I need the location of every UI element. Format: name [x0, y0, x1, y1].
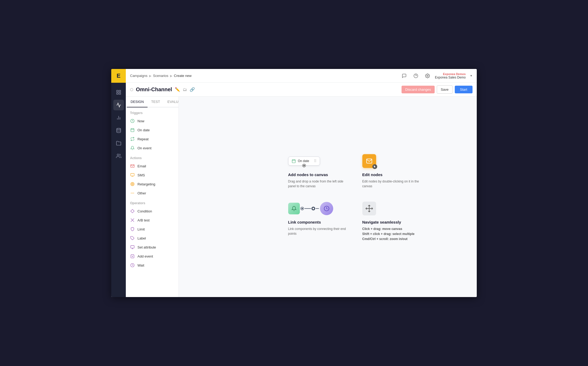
link-title-icon[interactable]: 🔗: [190, 87, 195, 92]
topbar-right: Exponea Demos Exponea Sales Demo ▼: [400, 72, 473, 80]
navigate-box: [362, 202, 376, 215]
edit-title-icon[interactable]: ✏️: [175, 87, 180, 92]
tab-evaluate[interactable]: EVALUATE: [164, 97, 179, 107]
on-event-icon: [130, 146, 135, 150]
sidebar-nav-analytics[interactable]: [113, 87, 124, 98]
sidebar-item-on-event-label: On event: [137, 146, 152, 150]
help-cards: On date ⠿ Add nodes to canvas Drag and d…: [288, 152, 421, 242]
limit-icon: [130, 227, 135, 232]
save-button[interactable]: Save: [437, 85, 453, 94]
svg-point-4: [117, 128, 121, 130]
set-attribute-icon: [130, 245, 135, 250]
help-card-edit-nodes: Edit nodes Edit nodes by double-clicking…: [362, 152, 421, 189]
sidebar-item-ab-test[interactable]: A/B test: [126, 216, 179, 225]
sidebar-nav-folders[interactable]: [113, 138, 124, 149]
help-icon-btn[interactable]: [412, 72, 420, 80]
sidebar-item-on-date[interactable]: On date: [126, 125, 179, 134]
sidebar-item-set-attribute[interactable]: Set attribute: [126, 243, 179, 252]
design-tabs: DESIGN TEST EVALUATE: [126, 97, 179, 107]
breadcrumb-campaigns[interactable]: Campaigns: [130, 74, 148, 78]
tab-design[interactable]: DESIGN: [127, 97, 148, 107]
node-connector: [303, 164, 305, 167]
sidebar-nav-users[interactable]: [113, 151, 124, 161]
edit-nodes-desc: Edit nodes by double-clicking on it in t…: [362, 179, 421, 189]
sidebar-item-email[interactable]: Email: [126, 162, 179, 171]
logo[interactable]: E: [111, 69, 126, 83]
sidebar-item-now[interactable]: Now: [126, 116, 179, 125]
ab-test-icon: [130, 218, 135, 223]
repeat-icon: [130, 137, 135, 141]
sidebar-item-add-event[interactable]: Add event: [126, 252, 179, 261]
navigate-visual: [362, 199, 421, 218]
breadcrumb: Campaigns ▶ Scenarios ▶ Create new: [130, 74, 191, 78]
svg-point-15: [131, 183, 133, 185]
link-endpoint-cursor: [312, 207, 315, 210]
sidebar-item-ab-test-label: A/B test: [137, 218, 150, 222]
sidebar-nav-data[interactable]: [113, 125, 124, 136]
icon-nav: [111, 83, 126, 161]
svg-point-5: [117, 154, 119, 156]
svg-rect-13: [131, 173, 134, 176]
user-info[interactable]: Exponea Demos Exponea Sales Demo: [435, 72, 466, 79]
topbar: Campaigns ▶ Scenarios ▶ Create new: [126, 69, 477, 83]
sidebar-item-wait[interactable]: Wait: [126, 261, 179, 270]
on-date-node: On date ⠿: [288, 156, 320, 165]
on-date-icon: [130, 128, 135, 132]
sidebar-item-retargeting-label: Retargeting: [137, 182, 155, 186]
condition-icon: [130, 209, 135, 214]
canvas-area[interactable]: On date ⠿ Add nodes to canvas Drag and d…: [179, 97, 477, 297]
green-bell-node: [288, 203, 300, 214]
settings-icon-btn[interactable]: [423, 72, 432, 80]
cursor-indicator: [372, 164, 377, 169]
user-name: Exponea Sales Demo: [435, 76, 466, 79]
link-dashed: [316, 208, 319, 209]
help-card-link-components: Link components Link components by conne…: [288, 199, 346, 242]
folder-title-icon[interactable]: 🗂: [183, 87, 187, 92]
start-button[interactable]: Start: [455, 86, 473, 93]
retargeting-icon: [130, 182, 135, 186]
sidebar-item-email-label: Email: [137, 164, 146, 168]
breadcrumb-sep-2: ▶: [170, 74, 172, 78]
tab-test[interactable]: TEST: [148, 97, 164, 107]
breadcrumb-sep-1: ▶: [149, 74, 152, 78]
left-panel: DESIGN TEST EVALUATE Triggers Now: [126, 97, 179, 297]
svg-point-7: [427, 75, 428, 76]
sidebar-item-repeat[interactable]: Repeat: [126, 134, 179, 143]
page-title: Omni-Channel: [136, 86, 172, 93]
sidebar-item-wait-label: Wait: [137, 263, 144, 267]
sidebar-item-retargeting[interactable]: Retargeting: [126, 180, 179, 189]
sidebar-item-limit[interactable]: Limit: [126, 225, 179, 234]
node-dots: ⠿: [314, 159, 317, 163]
breadcrumb-scenarios[interactable]: Scenarios: [153, 74, 168, 78]
edit-nodes-title: Edit nodes: [362, 172, 421, 177]
sidebar-item-on-event[interactable]: On event: [126, 143, 179, 152]
sidebar-nav-campaigns[interactable]: [113, 100, 124, 110]
sidebar-item-other[interactable]: Other: [126, 189, 179, 198]
sidebar-item-other-label: Other: [137, 191, 146, 195]
user-dropdown-arrow[interactable]: ▼: [470, 74, 473, 77]
link-visual: [288, 202, 333, 215]
discard-changes-button[interactable]: Discard changes: [402, 86, 435, 93]
sidebar-item-repeat-label: Repeat: [137, 137, 149, 141]
wait-icon: [130, 263, 135, 268]
navigate-desc: Click + drag: move canvas Shift + click …: [362, 226, 421, 242]
sidebar-item-label[interactable]: Label: [126, 234, 179, 243]
on-date-node-label: On date: [298, 159, 309, 163]
sidebar-item-set-attribute-label: Set attribute: [137, 245, 156, 249]
sidebar-item-on-date-label: On date: [137, 128, 150, 132]
triggers-section-label: Triggers: [126, 107, 179, 116]
message-icon-btn[interactable]: [400, 72, 408, 80]
operators-section-label: Operators: [126, 198, 179, 207]
add-event-icon: [130, 254, 135, 259]
sidebar-item-condition-label: Condition: [137, 209, 152, 213]
sidebar-item-label-label: Label: [137, 236, 146, 240]
add-nodes-title: Add nodes to canvas: [288, 172, 346, 177]
svg-point-18: [132, 193, 132, 193]
purple-clock-node: [320, 202, 333, 215]
sidebar-nav-reports[interactable]: [113, 112, 124, 123]
svg-point-19: [133, 193, 134, 193]
titlebar-right: Discard changes Save Start: [402, 85, 473, 94]
sidebar-item-sms[interactable]: SMS: [126, 171, 179, 180]
sidebar-item-condition[interactable]: Condition: [126, 207, 179, 216]
svg-point-16: [132, 184, 133, 185]
